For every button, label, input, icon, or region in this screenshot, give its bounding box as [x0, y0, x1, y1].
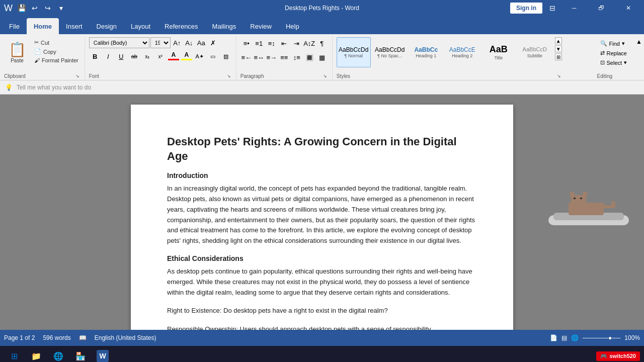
minimize-button[interactable]: ─	[562, 0, 586, 16]
word-taskbar-icon: W	[97, 350, 109, 362]
document[interactable]: Desktop Pets' Rights: A Growing Concern …	[131, 105, 513, 330]
style-heading1[interactable]: AaBbCc Heading 1	[409, 37, 443, 67]
replace-button[interactable]: ⇄ Replace	[597, 49, 630, 57]
collapse-ribbon-button[interactable]: ▲	[634, 36, 644, 80]
shading-button[interactable]: ▨	[220, 50, 232, 62]
find-button[interactable]: 🔍 Find ▾	[597, 39, 628, 48]
tab-layout[interactable]: Layout	[124, 18, 157, 34]
clipboard-group: 📋 Paste ✂ Cut 📄 Copy 🖌 Format Painter	[0, 36, 85, 80]
clipboard-expand-button[interactable]: ↘	[74, 73, 80, 79]
shading-para-button[interactable]: 🔳	[303, 51, 315, 63]
style-heading1-label: Heading 1	[416, 53, 436, 58]
paste-button[interactable]: 📋 Paste	[4, 37, 30, 67]
document-title: Desktop Pets' Rights: A Growing Concern …	[167, 135, 477, 163]
save-button[interactable]: 💾	[16, 2, 28, 14]
title-bar-left: W 💾 ↩ ↪ ▾	[4, 2, 67, 14]
close-button[interactable]: ✕	[617, 0, 640, 16]
bullets-button[interactable]: ≡•	[240, 37, 253, 49]
zoom-slider[interactable]: ──────●──	[583, 334, 620, 341]
start-button[interactable]: ⊞	[4, 347, 24, 362]
style-heading2[interactable]: AaBbCcE Heading 2	[445, 37, 479, 67]
tab-references[interactable]: References	[157, 18, 205, 34]
borders-button[interactable]: ▦	[316, 51, 328, 63]
increase-font-size-button[interactable]: A↑	[172, 37, 183, 48]
text-color-button[interactable]: A	[168, 51, 180, 62]
word-taskbar-button[interactable]: W	[93, 347, 113, 362]
undo-button[interactable]: ↩	[29, 2, 41, 14]
store-button[interactable]: 🏪	[70, 347, 91, 362]
underline-button[interactable]: U	[115, 50, 127, 62]
paragraph-expand-button[interactable]: ↘	[322, 73, 328, 79]
intro-heading: Introduction	[167, 171, 477, 179]
clipboard-small-buttons: ✂ Cut 📄 Copy 🖌 Format Painter	[32, 38, 80, 64]
change-case-button[interactable]: Aa	[196, 37, 207, 48]
copy-button[interactable]: 📄 Copy	[32, 47, 80, 56]
styles-expand-button[interactable]: ↘	[556, 73, 562, 79]
numbering-button[interactable]: ≡1	[253, 37, 265, 49]
style-subtitle[interactable]: AaBbCcD Subtitle	[518, 37, 552, 67]
subscript-button[interactable]: x₂	[141, 50, 153, 62]
justify-button[interactable]: ≡≡	[278, 51, 290, 63]
decrease-indent-button[interactable]: ⇤	[278, 37, 290, 49]
style-title-preview: AaB	[490, 44, 508, 55]
style-no-spacing[interactable]: AaBbCcDd ¶ No Spac...	[373, 37, 407, 67]
style-normal[interactable]: AaBbCcDd ¶ Normal	[337, 37, 371, 67]
decrease-font-size-button[interactable]: A↓	[184, 37, 195, 48]
sort-button[interactable]: A↕Z	[303, 37, 315, 49]
restore-button[interactable]: 🗗	[590, 0, 613, 16]
border-button[interactable]: ▭	[207, 50, 219, 62]
redo-button[interactable]: ↪	[42, 2, 54, 14]
styles-scroll-up[interactable]: ▲	[555, 37, 562, 44]
show-formatting-button[interactable]: ¶	[316, 37, 328, 49]
line-spacing-button[interactable]: ↕≡	[291, 51, 303, 63]
align-right-button[interactable]: ≡→	[266, 51, 278, 63]
styles-scroll-down[interactable]: ▼	[555, 45, 562, 52]
format-painter-icon: 🖌	[34, 57, 40, 63]
tab-design[interactable]: Design	[90, 18, 124, 34]
align-center-button[interactable]: ≡↔	[253, 51, 265, 63]
ribbon-display-button[interactable]: ⊟	[546, 2, 558, 14]
tab-home[interactable]: Home	[27, 18, 59, 34]
edge-button[interactable]: 🌐	[48, 347, 68, 362]
tab-insert[interactable]: Insert	[59, 18, 90, 34]
customize-quick-access[interactable]: ▾	[55, 2, 67, 14]
align-left-button[interactable]: ≡←	[240, 51, 253, 63]
tell-me-input[interactable]: Tell me what you want to do	[17, 84, 91, 91]
read-mode-icon[interactable]: 📄	[550, 334, 557, 341]
file-explorer-button[interactable]: 📁	[26, 347, 46, 362]
svg-rect-7	[580, 198, 582, 199]
strikethrough-button[interactable]: ab	[128, 50, 140, 62]
bold-button[interactable]: B	[89, 50, 101, 62]
multilevel-list-button[interactable]: ≡↕	[266, 37, 278, 49]
highlight-color-button[interactable]: A	[181, 51, 193, 62]
tab-file[interactable]: File	[2, 18, 27, 34]
tab-help[interactable]: Help	[279, 18, 306, 34]
superscript-button[interactable]: x²	[154, 50, 167, 62]
font-size-select[interactable]: 19	[150, 37, 171, 48]
font-expand-button[interactable]: ↘	[226, 73, 232, 79]
scissors-icon: ✂	[34, 39, 39, 46]
status-bar: Page 1 of 2 596 words 📖 English (United …	[0, 330, 644, 346]
font-group-label: Font	[89, 73, 99, 79]
styles-more[interactable]: ⊞	[555, 53, 562, 60]
increase-indent-button[interactable]: ⇥	[291, 37, 303, 49]
style-title[interactable]: AaB Title	[481, 37, 516, 67]
font-name-select[interactable]: Calibri (Body)	[89, 37, 149, 48]
print-layout-icon[interactable]: ▤	[561, 334, 567, 341]
tab-mailings[interactable]: Mailings	[205, 18, 244, 34]
tab-review[interactable]: Review	[243, 18, 279, 34]
highlight-icon: A	[184, 51, 189, 58]
document-area[interactable]: Desktop Pets' Rights: A Growing Concern …	[0, 95, 644, 330]
clear-formatting-button[interactable]: ✗	[208, 37, 219, 48]
text-effects-button[interactable]: A✦	[194, 50, 206, 62]
title-bar: W 💾 ↩ ↪ ▾ Desktop Pets Rights - Word Sig…	[0, 0, 644, 16]
paragraph-group-footer: Paragraph ↘	[240, 73, 328, 79]
cut-button[interactable]: ✂ Cut	[32, 38, 80, 47]
web-layout-icon[interactable]: 🌐	[571, 334, 579, 341]
format-painter-button[interactable]: 🖌 Format Painter	[32, 56, 80, 64]
select-button[interactable]: ⊡ Select ▾	[597, 58, 630, 67]
italic-button[interactable]: I	[102, 50, 114, 62]
switch520-badge[interactable]: 🎮 switch520	[596, 351, 640, 361]
editing-group: 🔍 Find ▾ ⇄ Replace ⊡ Select ▾ Editing	[593, 36, 634, 80]
sign-in-button[interactable]: Sign in	[510, 3, 542, 14]
